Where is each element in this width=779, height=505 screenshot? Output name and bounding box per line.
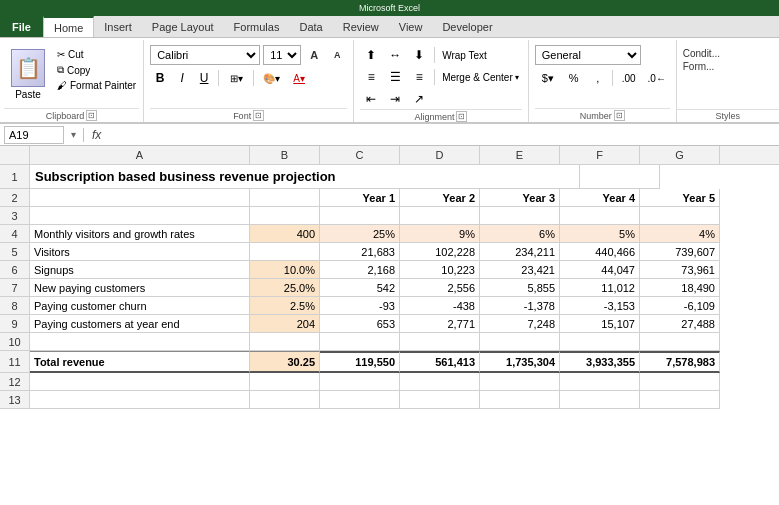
row-header[interactable]: 8 bbox=[0, 297, 30, 315]
row-header[interactable]: 3 bbox=[0, 207, 30, 225]
col-header-D[interactable]: D bbox=[400, 146, 480, 164]
tab-insert[interactable]: Insert bbox=[94, 16, 142, 37]
cell-B9[interactable]: 204 bbox=[250, 315, 320, 333]
cell-A7[interactable]: New paying customers bbox=[30, 279, 250, 297]
font-shrink-button[interactable]: A bbox=[327, 45, 347, 65]
fill-color-button[interactable]: 🎨▾ bbox=[258, 68, 284, 88]
comma-button[interactable]: , bbox=[587, 68, 609, 88]
cell-F5[interactable]: 440,466 bbox=[560, 243, 640, 261]
cell-G8[interactable]: -6,109 bbox=[640, 297, 720, 315]
col-header-B[interactable]: B bbox=[250, 146, 320, 164]
cell-C5[interactable]: 21,683 bbox=[320, 243, 400, 261]
row-header[interactable]: 9 bbox=[0, 315, 30, 333]
bold-button[interactable]: B bbox=[150, 68, 170, 88]
cell-D5[interactable]: 102,228 bbox=[400, 243, 480, 261]
cell-D6[interactable]: 10,223 bbox=[400, 261, 480, 279]
font-grow-button[interactable]: A bbox=[304, 45, 324, 65]
cell-D8[interactable]: -438 bbox=[400, 297, 480, 315]
cell-C6[interactable]: 2,168 bbox=[320, 261, 400, 279]
cell-A9[interactable]: Paying customers at year end bbox=[30, 315, 250, 333]
cell-A11[interactable]: Total revenue bbox=[30, 351, 250, 373]
cell-F2[interactable]: Year 4 bbox=[560, 189, 640, 207]
cell-C7[interactable]: 542 bbox=[320, 279, 400, 297]
cell-A1[interactable]: Subscription based business revenue proj… bbox=[30, 165, 580, 189]
font-color-button[interactable]: A▾ bbox=[286, 68, 312, 88]
cell-F8[interactable]: -3,153 bbox=[560, 297, 640, 315]
format-painter-button[interactable]: 🖌 Format Painter bbox=[54, 79, 139, 92]
row-header[interactable]: 6 bbox=[0, 261, 30, 279]
cell-A8[interactable]: Paying customer churn bbox=[30, 297, 250, 315]
col-header-F[interactable]: F bbox=[560, 146, 640, 164]
italic-button[interactable]: I bbox=[172, 68, 192, 88]
cell-E5[interactable]: 234,211 bbox=[480, 243, 560, 261]
cell-E7[interactable]: 5,855 bbox=[480, 279, 560, 297]
cell-B5[interactable] bbox=[250, 243, 320, 261]
alignment-expand-icon[interactable]: ⊡ bbox=[456, 111, 467, 122]
increase-decimal-button[interactable]: .00 bbox=[616, 68, 642, 88]
cut-button[interactable]: ✂ Cut bbox=[54, 48, 139, 61]
cell-G6[interactable]: 73,961 bbox=[640, 261, 720, 279]
cell-E4[interactable]: 6% bbox=[480, 225, 560, 243]
align-center-button[interactable]: ☰ bbox=[384, 67, 406, 87]
decrease-indent-button[interactable]: ⇤ bbox=[360, 89, 382, 109]
cell-E11[interactable]: 1,735,304 bbox=[480, 351, 560, 373]
align-bottom-button[interactable]: ⬇ bbox=[408, 45, 430, 65]
cell-C8[interactable]: -93 bbox=[320, 297, 400, 315]
cell-B7[interactable]: 25.0% bbox=[250, 279, 320, 297]
row-header[interactable]: 10 bbox=[0, 333, 30, 351]
cell-A6[interactable]: Signups bbox=[30, 261, 250, 279]
wrap-text-button[interactable]: Wrap Text bbox=[439, 45, 490, 65]
number-format-select[interactable]: General bbox=[535, 45, 641, 65]
cell-B4[interactable]: 400 bbox=[250, 225, 320, 243]
cell-B6[interactable]: 10.0% bbox=[250, 261, 320, 279]
cell-E8[interactable]: -1,378 bbox=[480, 297, 560, 315]
cell-G9[interactable]: 27,488 bbox=[640, 315, 720, 333]
increase-indent-button[interactable]: ⇥ bbox=[384, 89, 406, 109]
row-header[interactable]: 11 bbox=[0, 351, 30, 373]
row-header[interactable]: 4 bbox=[0, 225, 30, 243]
underline-button[interactable]: U bbox=[194, 68, 214, 88]
cell-G2[interactable]: Year 5 bbox=[640, 189, 720, 207]
border-button[interactable]: ⊞▾ bbox=[223, 68, 249, 88]
cell-F7[interactable]: 11,012 bbox=[560, 279, 640, 297]
cell-F4[interactable]: 5% bbox=[560, 225, 640, 243]
merge-center-button[interactable]: Merge & Center ▾ bbox=[439, 67, 522, 87]
cell-B2[interactable] bbox=[250, 189, 320, 207]
cell-D9[interactable]: 2,771 bbox=[400, 315, 480, 333]
cell-C2[interactable]: Year 1 bbox=[320, 189, 400, 207]
cell-F9[interactable]: 15,107 bbox=[560, 315, 640, 333]
cell-C11[interactable]: 119,550 bbox=[320, 351, 400, 373]
cell-C9[interactable]: 653 bbox=[320, 315, 400, 333]
col-header-A[interactable]: A bbox=[30, 146, 250, 164]
font-size-select[interactable]: 11 bbox=[263, 45, 301, 65]
col-header-E[interactable]: E bbox=[480, 146, 560, 164]
copy-button[interactable]: ⧉ Copy bbox=[54, 63, 139, 77]
cell-A4[interactable]: Monthly visitors and growth rates bbox=[30, 225, 250, 243]
align-middle-button[interactable]: ↔ bbox=[384, 45, 406, 65]
cell-E6[interactable]: 23,421 bbox=[480, 261, 560, 279]
row-header[interactable]: 2 bbox=[0, 189, 30, 207]
cell-D7[interactable]: 2,556 bbox=[400, 279, 480, 297]
cell-D2[interactable]: Year 2 bbox=[400, 189, 480, 207]
tab-developer[interactable]: Developer bbox=[432, 16, 502, 37]
tab-file[interactable]: File bbox=[0, 16, 43, 37]
text-direction-button[interactable]: ↗ bbox=[408, 89, 430, 109]
cell-B8[interactable]: 2.5% bbox=[250, 297, 320, 315]
row-header[interactable]: 13 bbox=[0, 391, 30, 409]
col-header-C[interactable]: C bbox=[320, 146, 400, 164]
align-top-button[interactable]: ⬆ bbox=[360, 45, 382, 65]
tab-data[interactable]: Data bbox=[289, 16, 332, 37]
cell-D4[interactable]: 9% bbox=[400, 225, 480, 243]
cell-G5[interactable]: 739,607 bbox=[640, 243, 720, 261]
cell-G7[interactable]: 18,490 bbox=[640, 279, 720, 297]
cell-B11[interactable]: 30.25 bbox=[250, 351, 320, 373]
cell-C4[interactable]: 25% bbox=[320, 225, 400, 243]
percent-button[interactable]: % bbox=[563, 68, 585, 88]
cell-D11[interactable]: 561,413 bbox=[400, 351, 480, 373]
cell-G4[interactable]: 4% bbox=[640, 225, 720, 243]
row-header[interactable]: 5 bbox=[0, 243, 30, 261]
cell-reference-box[interactable]: A19 bbox=[4, 126, 64, 144]
cell-E9[interactable]: 7,248 bbox=[480, 315, 560, 333]
font-expand-icon[interactable]: ⊡ bbox=[253, 110, 264, 121]
tab-page-layout[interactable]: Page Layout bbox=[142, 16, 224, 37]
